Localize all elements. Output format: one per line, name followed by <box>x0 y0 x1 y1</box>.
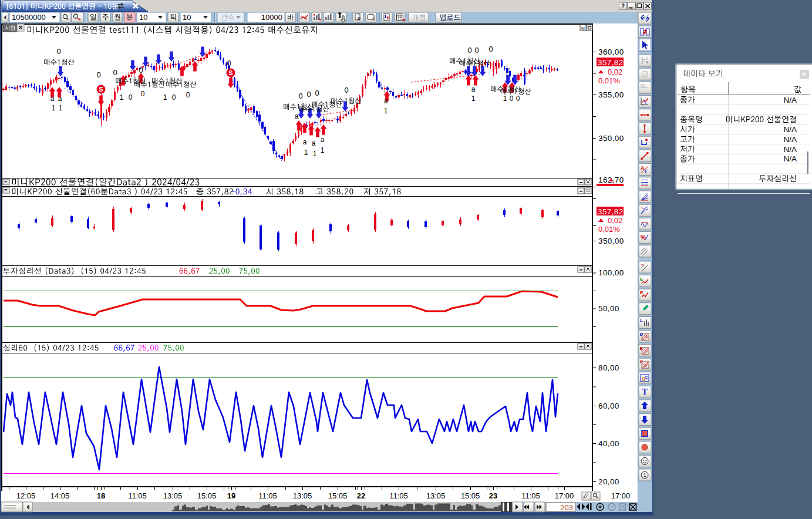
svg-text:0: 0 <box>306 90 311 99</box>
svg-text:0: 0 <box>488 45 493 53</box>
svg-text:0: 0 <box>510 95 514 103</box>
svg-text:a: a <box>58 95 62 103</box>
svg-text:355,00: 355,00 <box>598 90 624 99</box>
svg-text:11:05: 11:05 <box>128 491 147 500</box>
svg-text:100,00: 100,00 <box>598 268 624 277</box>
svg-text:0: 0 <box>467 46 471 55</box>
svg-text:0: 0 <box>56 47 60 56</box>
svg-text:N: N <box>581 26 585 31</box>
svg-text:10500000: 10500000 <box>12 13 46 22</box>
svg-text:b: b <box>358 16 360 21</box>
svg-text:1: 1 <box>163 93 167 102</box>
svg-text:T: T <box>642 387 648 396</box>
svg-text:1: 1 <box>384 107 388 115</box>
svg-text:1: 1 <box>120 93 124 102</box>
svg-text:60,00: 60,00 <box>598 402 619 410</box>
svg-text:1: 1 <box>59 104 63 112</box>
svg-text:18: 18 <box>97 491 105 500</box>
svg-text:%: % <box>641 234 646 241</box>
svg-text:0: 0 <box>298 92 302 100</box>
svg-text:357,82: 357,82 <box>598 58 624 67</box>
svg-text:11:05: 11:05 <box>389 491 408 500</box>
svg-text:17:00: 17:00 <box>611 491 631 500</box>
svg-text:1: 1 <box>503 95 507 103</box>
svg-text:0: 0 <box>113 68 117 77</box>
svg-text:10: 10 <box>139 13 147 22</box>
svg-text:80,00: 80,00 <box>598 363 619 372</box>
svg-text:15:05: 15:05 <box>461 491 480 500</box>
svg-text:1: 1 <box>52 104 56 112</box>
svg-text:20,00: 20,00 <box>598 477 619 486</box>
svg-text:0: 0 <box>139 66 143 75</box>
svg-text:D: D <box>640 332 643 337</box>
svg-text:1: 1 <box>471 95 476 103</box>
svg-text:L: L <box>640 318 643 323</box>
svg-text:360,00: 360,00 <box>598 48 624 56</box>
svg-text:a: a <box>50 95 55 103</box>
svg-text:19: 19 <box>227 491 235 500</box>
svg-text:N/A: N/A <box>783 125 797 134</box>
svg-text:15:05: 15:05 <box>328 491 348 500</box>
svg-text:17:00: 17:00 <box>555 491 574 500</box>
svg-text:a: a <box>321 136 325 144</box>
svg-text:0,02: 0,02 <box>608 68 622 76</box>
svg-text:350,00: 350,00 <box>598 237 624 245</box>
svg-text:40,00: 40,00 <box>598 439 619 448</box>
svg-text:E: E <box>640 277 643 282</box>
svg-text:S: S <box>228 69 233 76</box>
svg-text:Q: Q <box>642 376 645 381</box>
svg-text:14:05: 14:05 <box>50 491 70 500</box>
svg-text:E: E <box>640 290 643 295</box>
svg-text:?: ? <box>621 3 625 9</box>
svg-text:350,00: 350,00 <box>598 134 624 143</box>
svg-text:R: R <box>372 17 375 21</box>
svg-text:10000: 10000 <box>261 13 282 22</box>
svg-text:1: 1 <box>321 146 325 154</box>
svg-text:11:05: 11:05 <box>258 491 277 500</box>
svg-text:12:05: 12:05 <box>16 491 36 500</box>
svg-text:E: E <box>640 346 643 351</box>
svg-text:a: a <box>471 85 476 93</box>
svg-text:N/A: N/A <box>783 96 797 105</box>
svg-text:13:05: 13:05 <box>293 491 312 500</box>
svg-text:a: a <box>303 138 307 146</box>
svg-text:0,01%: 0,01% <box>598 225 620 234</box>
svg-text:0,01%: 0,01% <box>598 76 620 85</box>
svg-text:0: 0 <box>315 89 319 97</box>
svg-text:S: S <box>99 86 103 93</box>
svg-text:11:05: 11:05 <box>521 491 540 500</box>
svg-text:0: 0 <box>186 91 190 99</box>
svg-text:13:05: 13:05 <box>163 491 183 500</box>
svg-text:23: 23 <box>489 491 497 500</box>
svg-text:0: 0 <box>344 86 348 95</box>
svg-text:0,02: 0,02 <box>608 216 622 225</box>
svg-text:10: 10 <box>183 13 191 22</box>
svg-text:0: 0 <box>172 93 176 102</box>
svg-text:203: 203 <box>560 503 573 512</box>
svg-text:a: a <box>384 97 388 105</box>
svg-text:0: 0 <box>96 70 100 79</box>
svg-text:50,00: 50,00 <box>598 304 619 313</box>
svg-text:22: 22 <box>357 491 365 500</box>
svg-text:357,82: 357,82 <box>598 207 624 216</box>
svg-text:0: 0 <box>129 93 133 102</box>
svg-text:13:05: 13:05 <box>426 491 446 500</box>
svg-text:1: 1 <box>643 472 646 478</box>
svg-text:15:05: 15:05 <box>197 491 217 500</box>
svg-text:R: R <box>640 359 643 365</box>
svg-text:0: 0 <box>474 46 479 55</box>
svg-text:N/A: N/A <box>783 135 797 144</box>
svg-text:1: 1 <box>304 149 308 157</box>
svg-text:0: 0 <box>227 59 231 68</box>
svg-text:1: 1 <box>313 150 317 158</box>
svg-text:N/A: N/A <box>783 154 797 163</box>
svg-text:N/A: N/A <box>783 145 797 154</box>
svg-text:0: 0 <box>141 90 145 98</box>
svg-text:a: a <box>312 139 316 147</box>
svg-text:a: a <box>295 112 299 120</box>
svg-text:0: 0 <box>516 95 520 103</box>
